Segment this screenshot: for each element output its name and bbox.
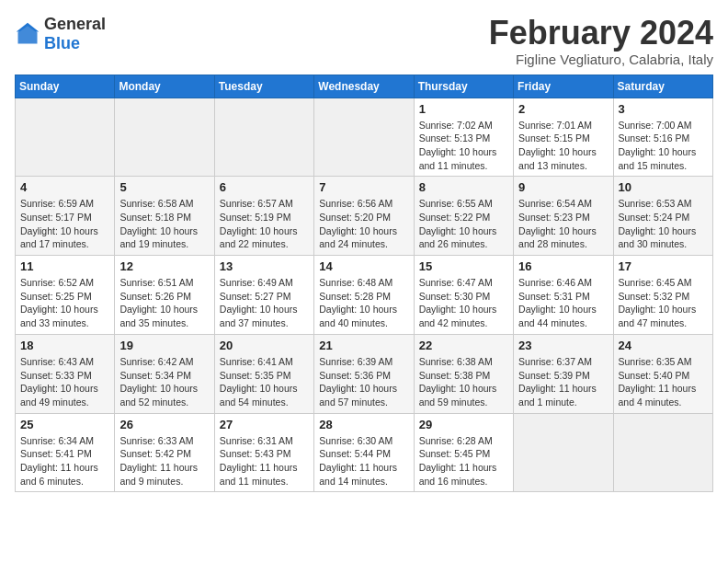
day-number: 23 [518,339,608,352]
empty-cell [115,98,214,177]
day-info: Sunrise: 6:41 AMSunset: 5:35 PMDaylight:… [220,355,309,409]
day-info: Sunrise: 6:51 AMSunset: 5:26 PMDaylight:… [119,276,209,330]
day-cell-22: 22Sunrise: 6:38 AMSunset: 5:38 PMDayligh… [414,334,513,413]
day-number: 1 [419,102,508,116]
logo-icon [15,21,40,47]
day-number: 8 [419,180,508,194]
weekday-header-thursday: Thursday [414,75,513,98]
day-info: Sunrise: 6:52 AMSunset: 5:25 PMDaylight:… [20,276,109,330]
day-info: Sunrise: 6:58 AMSunset: 5:18 PMDaylight:… [119,197,209,251]
day-info: Sunrise: 6:38 AMSunset: 5:38 PMDaylight:… [419,355,508,409]
day-number: 10 [619,180,708,194]
day-cell-10: 10Sunrise: 6:53 AMSunset: 5:24 PMDayligh… [613,177,712,256]
day-info: Sunrise: 6:56 AMSunset: 5:20 PMDaylight:… [319,197,408,251]
day-cell-13: 13Sunrise: 6:49 AMSunset: 5:27 PMDayligh… [214,256,313,335]
empty-cell [16,98,115,177]
logo-text-blue: Blue [44,34,80,52]
day-number: 21 [319,339,408,352]
week-row-4: 18Sunrise: 6:43 AMSunset: 5:33 PMDayligh… [16,334,713,413]
day-cell-18: 18Sunrise: 6:43 AMSunset: 5:33 PMDayligh… [16,334,115,413]
day-number: 13 [220,259,309,273]
empty-cell [514,413,613,492]
day-number: 16 [518,259,608,273]
page-header: General Blue February 2024 Figline Vegli… [15,15,713,67]
day-number: 18 [20,339,109,352]
day-cell-7: 7Sunrise: 6:56 AMSunset: 5:20 PMDaylight… [314,177,414,256]
week-row-1: 1Sunrise: 7:02 AMSunset: 5:13 PMDaylight… [16,98,713,177]
day-info: Sunrise: 6:39 AMSunset: 5:36 PMDaylight:… [319,355,408,409]
day-info: Sunrise: 7:01 AMSunset: 5:15 PMDaylight:… [518,119,608,173]
day-number: 29 [419,418,508,431]
weekday-header-row: SundayMondayTuesdayWednesdayThursdayFrid… [16,75,713,98]
day-number: 9 [518,180,608,194]
day-number: 4 [20,180,109,194]
day-cell-11: 11Sunrise: 6:52 AMSunset: 5:25 PMDayligh… [16,256,115,335]
weekday-header-tuesday: Tuesday [214,75,313,98]
day-info: Sunrise: 6:42 AMSunset: 5:34 PMDaylight:… [119,355,209,409]
day-cell-28: 28Sunrise: 6:30 AMSunset: 5:44 PMDayligh… [314,413,414,492]
weekday-header-wednesday: Wednesday [314,75,414,98]
day-info: Sunrise: 6:31 AMSunset: 5:43 PMDaylight:… [220,434,309,488]
day-number: 27 [220,418,309,431]
day-number: 11 [20,259,109,273]
day-cell-17: 17Sunrise: 6:45 AMSunset: 5:32 PMDayligh… [613,256,712,335]
day-number: 17 [619,259,708,273]
logo-text-general: General [44,15,106,33]
day-info: Sunrise: 6:59 AMSunset: 5:17 PMDaylight:… [20,197,109,251]
day-cell-26: 26Sunrise: 6:33 AMSunset: 5:42 PMDayligh… [115,413,214,492]
day-info: Sunrise: 6:55 AMSunset: 5:22 PMDaylight:… [419,197,508,251]
day-number: 2 [518,102,608,116]
day-info: Sunrise: 6:45 AMSunset: 5:32 PMDaylight:… [619,276,708,330]
day-cell-2: 2Sunrise: 7:01 AMSunset: 5:15 PMDaylight… [514,98,613,177]
day-info: Sunrise: 6:53 AMSunset: 5:24 PMDaylight:… [619,197,708,251]
day-cell-5: 5Sunrise: 6:58 AMSunset: 5:18 PMDaylight… [115,177,214,256]
day-number: 19 [119,339,209,352]
week-row-5: 25Sunrise: 6:34 AMSunset: 5:41 PMDayligh… [16,413,713,492]
day-cell-16: 16Sunrise: 6:46 AMSunset: 5:31 PMDayligh… [514,256,613,335]
day-cell-24: 24Sunrise: 6:35 AMSunset: 5:40 PMDayligh… [613,334,712,413]
day-number: 7 [319,180,408,194]
day-info: Sunrise: 6:43 AMSunset: 5:33 PMDaylight:… [20,355,109,409]
day-cell-21: 21Sunrise: 6:39 AMSunset: 5:36 PMDayligh… [314,334,414,413]
weekday-header-monday: Monday [115,75,214,98]
empty-cell [314,98,414,177]
day-number: 25 [20,418,109,431]
day-info: Sunrise: 6:30 AMSunset: 5:44 PMDaylight:… [319,434,408,488]
day-cell-15: 15Sunrise: 6:47 AMSunset: 5:30 PMDayligh… [414,256,513,335]
day-info: Sunrise: 7:02 AMSunset: 5:13 PMDaylight:… [419,119,508,173]
day-cell-1: 1Sunrise: 7:02 AMSunset: 5:13 PMDaylight… [414,98,513,177]
weekday-header-saturday: Saturday [613,75,712,98]
day-info: Sunrise: 6:28 AMSunset: 5:45 PMDaylight:… [419,434,508,488]
day-cell-12: 12Sunrise: 6:51 AMSunset: 5:26 PMDayligh… [115,256,214,335]
logo-text: General Blue [44,15,106,53]
empty-cell [613,413,712,492]
day-number: 22 [419,339,508,352]
weekday-header-friday: Friday [514,75,613,98]
day-number: 26 [119,418,209,431]
day-number: 20 [220,339,309,352]
location: Figline Vegliaturo, Calabria, Italy [489,52,713,67]
day-number: 14 [319,259,408,273]
day-number: 6 [220,180,309,194]
day-cell-20: 20Sunrise: 6:41 AMSunset: 5:35 PMDayligh… [214,334,313,413]
week-row-2: 4Sunrise: 6:59 AMSunset: 5:17 PMDaylight… [16,177,713,256]
day-info: Sunrise: 6:47 AMSunset: 5:30 PMDaylight:… [419,276,508,330]
day-info: Sunrise: 6:33 AMSunset: 5:42 PMDaylight:… [119,434,209,488]
day-info: Sunrise: 6:46 AMSunset: 5:31 PMDaylight:… [518,276,608,330]
day-cell-23: 23Sunrise: 6:37 AMSunset: 5:39 PMDayligh… [514,334,613,413]
day-cell-14: 14Sunrise: 6:48 AMSunset: 5:28 PMDayligh… [314,256,414,335]
empty-cell [214,98,313,177]
day-number: 24 [619,339,708,352]
day-number: 15 [419,259,508,273]
month-title: February 2024 [489,15,713,52]
day-cell-19: 19Sunrise: 6:42 AMSunset: 5:34 PMDayligh… [115,334,214,413]
day-cell-9: 9Sunrise: 6:54 AMSunset: 5:23 PMDaylight… [514,177,613,256]
day-info: Sunrise: 6:37 AMSunset: 5:39 PMDaylight:… [518,355,608,409]
day-cell-3: 3Sunrise: 7:00 AMSunset: 5:16 PMDaylight… [613,98,712,177]
day-number: 28 [319,418,408,431]
logo: General Blue [15,15,106,53]
day-cell-6: 6Sunrise: 6:57 AMSunset: 5:19 PMDaylight… [214,177,313,256]
day-number: 3 [619,102,708,116]
day-cell-8: 8Sunrise: 6:55 AMSunset: 5:22 PMDaylight… [414,177,513,256]
day-info: Sunrise: 6:49 AMSunset: 5:27 PMDaylight:… [220,276,309,330]
